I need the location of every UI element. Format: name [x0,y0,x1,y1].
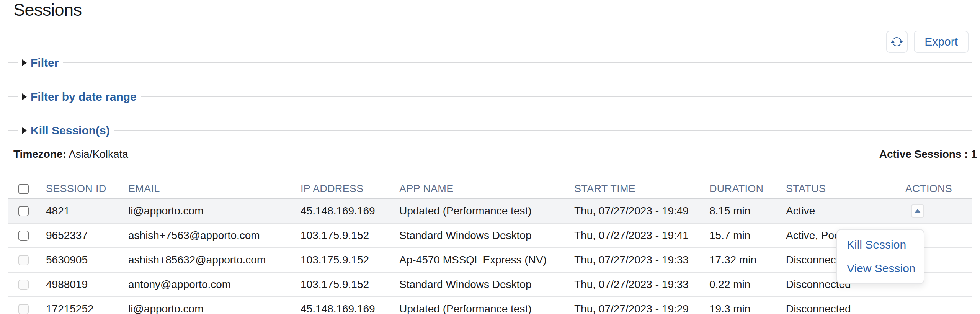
cell-email: antony@apporto.com [128,278,301,291]
export-button[interactable]: Export [914,31,969,53]
checkbox-cell [8,206,46,216]
caret-right-icon [22,59,27,66]
cell-start-time: Thu, 07/27/2023 - 19:41 [574,229,709,242]
export-button-label: Export [924,35,958,48]
cell-start-time: Thu, 07/27/2023 - 19:29 [574,303,709,314]
checkbox-cell [8,280,46,290]
section-filter-toggle[interactable]: Filter [18,56,63,70]
cell-ip-address: 103.175.9.152 [301,278,399,291]
row-checkbox[interactable] [18,255,29,265]
checkbox-cell [8,304,46,314]
timezone-label: Timezone: [13,148,66,160]
header-duration[interactable]: DURATION [709,183,786,195]
table-row[interactable]: 4821 li@apporto.com 45.148.169.169 Updat… [8,199,972,224]
section-kill-sessions: Kill Session(s) [8,130,972,131]
actions-menu-toggle[interactable] [911,204,924,218]
header-status[interactable]: STATUS [786,183,905,195]
cell-start-time: Thu, 07/27/2023 - 19:33 [574,254,709,266]
cell-start-time: Thu, 07/27/2023 - 19:33 [574,278,709,291]
table-body: 4821 li@apporto.com 45.148.169.169 Updat… [8,199,972,314]
header-start-time[interactable]: START TIME [574,183,709,195]
cell-session-id: 5630905 [46,254,128,266]
menu-item-kill-session[interactable]: Kill Session [837,233,924,257]
table-row[interactable]: 9652337 ashish+7563@apporto.com 103.175.… [8,224,972,248]
menu-item-view-session[interactable]: View Session [837,257,924,280]
cell-app-name: Standard Windows Desktop [399,278,574,291]
caret-right-icon [22,93,27,100]
cell-duration: 15.7 min [709,229,786,242]
cell-email: ashish+7563@apporto.com [128,229,301,242]
cell-duration: 0.22 min [709,278,786,291]
table-row[interactable]: 17215252 li@apporto.com 45.148.169.169 U… [8,297,972,314]
checkbox-cell [8,255,46,265]
cell-ip-address: 103.175.9.152 [301,254,399,266]
section-filter-by-date-range: Filter by date range [8,96,972,97]
cell-status: Disconnected [786,303,905,314]
sessions-table: SESSION ID EMAIL IP ADDRESS APP NAME STA… [8,179,972,314]
cell-app-name: Updated (Performance test) [399,205,574,217]
page-title: Sessions [13,0,82,20]
cell-session-id: 17215252 [46,303,128,314]
row-checkbox[interactable] [18,304,29,314]
header-ip-address[interactable]: IP ADDRESS [301,183,399,195]
active-sessions-count: Active Sessions : 1 [879,148,977,161]
cell-ip-address: 45.148.169.169 [301,205,399,217]
cell-session-id: 4821 [46,205,128,217]
cell-email: li@apporto.com [128,303,301,314]
cell-status: Active [786,205,905,217]
actions-dropdown-menu: Kill Session View Session [836,229,924,284]
cell-actions [905,204,972,218]
cell-email: li@apporto.com [128,205,301,217]
header-session-id[interactable]: SESSION ID [46,183,128,195]
checkbox-cell [8,231,46,241]
select-all-checkbox[interactable] [18,184,29,194]
cell-app-name: Updated (Performance test) [399,303,574,314]
table-header-row: SESSION ID EMAIL IP ADDRESS APP NAME STA… [8,179,972,199]
table-row[interactable]: 4988019 antony@apporto.com 103.175.9.152… [8,273,972,297]
timezone-text: Timezone: Asia/Kolkata [13,148,128,161]
refresh-button[interactable] [886,31,908,53]
cell-email: ashish+85632@apporto.com [128,254,301,266]
cell-app-name: Standard Windows Desktop [399,229,574,242]
cell-duration: 8.15 min [709,205,786,217]
refresh-icon [891,36,903,48]
cell-app-name: Ap-4570 MSSQL Express (NV) [399,254,574,266]
cell-start-time: Thu, 07/27/2023 - 19:49 [574,205,709,217]
caret-right-icon [22,127,27,134]
section-kill-sessions-toggle[interactable]: Kill Session(s) [18,123,114,138]
table-row[interactable]: 5630905 ashish+85632@apporto.com 103.175… [8,248,972,273]
sessions-page: Sessions Export Filter Filter by date ra… [0,0,980,314]
row-checkbox[interactable] [18,231,29,241]
section-filter-by-date-range-toggle[interactable]: Filter by date range [18,90,141,104]
section-filter: Filter [8,62,972,63]
section-filter-label: Filter [31,56,59,70]
cell-ip-address: 103.175.9.152 [301,229,399,242]
row-checkbox[interactable] [18,206,29,216]
toolbar: Export [886,31,969,53]
cell-duration: 19.3 min [709,303,786,314]
section-kill-sessions-label: Kill Session(s) [31,123,110,138]
header-app-name[interactable]: APP NAME [399,183,574,195]
header-email[interactable]: EMAIL [128,183,301,195]
section-filter-by-date-range-label: Filter by date range [31,90,137,104]
cell-session-id: 9652337 [46,229,128,242]
select-all-cell [8,184,46,194]
timezone-value: Asia/Kolkata [69,148,128,160]
cell-session-id: 4988019 [46,278,128,291]
row-checkbox[interactable] [18,280,29,290]
caret-up-icon [914,209,921,213]
header-actions: ACTIONS [905,183,972,195]
cell-ip-address: 45.148.169.169 [301,303,399,314]
cell-duration: 17.32 min [709,254,786,266]
